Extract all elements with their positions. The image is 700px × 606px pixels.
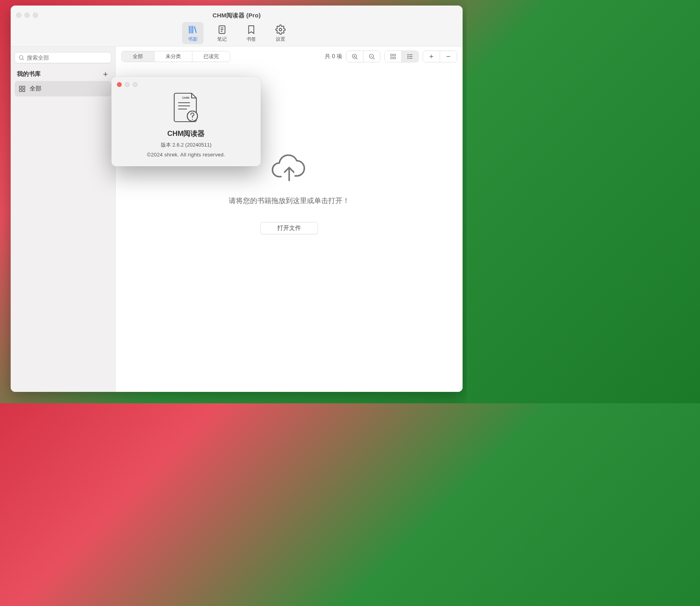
svg-rect-12: [394, 57, 396, 59]
svg-point-15: [408, 58, 408, 59]
window-title: CHM阅读器 (Pro): [11, 12, 463, 19]
plus-icon: [428, 53, 435, 60]
svg-point-1: [279, 28, 282, 31]
add-library-icon[interactable]: [102, 71, 109, 78]
gear-icon: [275, 24, 286, 35]
filter-segment: 全部 未分类 已读完: [121, 51, 230, 62]
tab-shelf[interactable]: 书架: [182, 22, 203, 44]
search-box[interactable]: [15, 52, 111, 63]
svg-point-14: [408, 56, 408, 57]
add-item-button[interactable]: [423, 51, 440, 62]
svg-point-13: [408, 55, 408, 55]
search-icon: [18, 55, 24, 61]
about-close-button[interactable]: [117, 82, 122, 87]
svg-rect-3: [19, 86, 21, 88]
search-input[interactable]: [27, 55, 108, 61]
tab-settings-label: 设置: [276, 36, 285, 43]
about-content: CHM CHM阅读器 版本 2.6.2 (20240511) ©2024 shr…: [111, 87, 261, 158]
filter-uncategorized[interactable]: 未分类: [154, 51, 192, 62]
svg-rect-10: [394, 54, 396, 56]
zoom-group: [346, 51, 380, 62]
bookmark-icon: [246, 24, 256, 35]
svg-point-2: [19, 56, 23, 59]
svg-rect-11: [391, 57, 393, 59]
zoom-out-icon: [368, 53, 375, 60]
tab-shelf-label: 书架: [188, 36, 198, 43]
library-item-all[interactable]: 全部: [15, 81, 111, 96]
library-item-all-label: 全部: [30, 85, 41, 92]
tab-notes[interactable]: 笔记: [211, 22, 233, 44]
zoom-in-button[interactable]: [346, 51, 363, 62]
about-maximize-button: [133, 82, 137, 87]
chm-icon-text: CHM: [182, 96, 190, 100]
about-title: CHM阅读器: [167, 129, 205, 138]
svg-rect-6: [23, 89, 25, 91]
open-file-button[interactable]: 打开文件: [260, 222, 318, 234]
about-copyright: ©2024 shrek. All rights reserved.: [147, 152, 225, 158]
svg-rect-9: [391, 54, 393, 56]
add-remove-group: [423, 51, 457, 62]
right-controls: 共 0 项: [325, 51, 457, 62]
library-header: 我的书库: [15, 63, 111, 81]
filter-all[interactable]: 全部: [122, 51, 154, 62]
titlebar: CHM阅读器 (Pro) 书架 笔记 书签 设置: [11, 6, 463, 47]
books-icon: [188, 24, 198, 35]
svg-rect-4: [23, 86, 25, 88]
svg-rect-5: [19, 89, 21, 91]
empty-text: 请将您的书籍拖放到这里或单击打开！: [229, 196, 350, 205]
main-window: CHM阅读器 (Pro) 书架 笔记 书签 设置: [11, 6, 463, 392]
grid-view-icon: [390, 53, 397, 60]
tab-settings[interactable]: 设置: [270, 22, 291, 44]
library-header-label: 我的书库: [17, 70, 41, 78]
grid-view-button[interactable]: [385, 51, 402, 62]
grid-icon: [19, 85, 26, 92]
sidebar: 我的书库 全部: [11, 47, 116, 392]
tab-bookmarks[interactable]: 书签: [241, 22, 262, 44]
about-minimize-button: [125, 82, 130, 87]
svg-point-18: [192, 119, 193, 120]
about-dialog: CHM CHM阅读器 版本 2.6.2 (20240511) ©2024 shr…: [111, 77, 261, 166]
zoom-in-icon: [351, 53, 358, 60]
item-count: 共 0 项: [325, 53, 342, 60]
zoom-out-button[interactable]: [363, 51, 380, 62]
cloud-upload-icon: [270, 153, 308, 185]
list-view-icon: [406, 53, 414, 60]
minus-icon: [445, 53, 452, 60]
tab-bookmarks-label: 书签: [247, 36, 256, 43]
about-traffic-lights: [111, 77, 261, 87]
list-view-button[interactable]: [402, 51, 418, 62]
filter-finished[interactable]: 已读完: [192, 51, 230, 62]
remove-item-button[interactable]: [440, 51, 457, 62]
pane-toolbar: 全部 未分类 已读完 共 0 项: [116, 47, 463, 66]
note-icon: [217, 24, 227, 35]
tab-notes-label: 笔记: [217, 36, 227, 43]
toolbar-tabs: 书架 笔记 书签 设置: [11, 22, 463, 44]
view-group: [384, 51, 419, 62]
chm-app-icon: CHM: [171, 92, 201, 124]
about-version: 版本 2.6.2 (20240511): [161, 141, 212, 149]
